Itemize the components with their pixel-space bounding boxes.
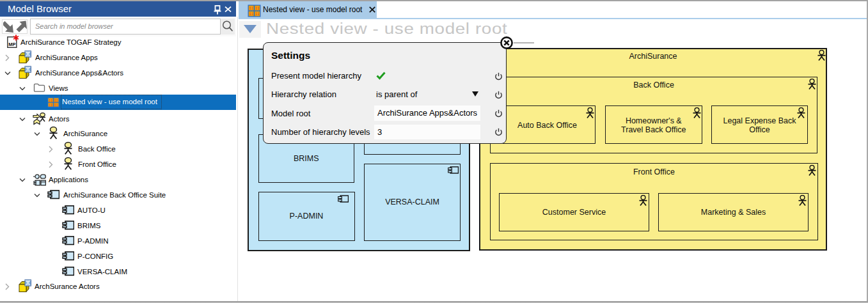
svg-text:MP: MP — [8, 42, 15, 47]
